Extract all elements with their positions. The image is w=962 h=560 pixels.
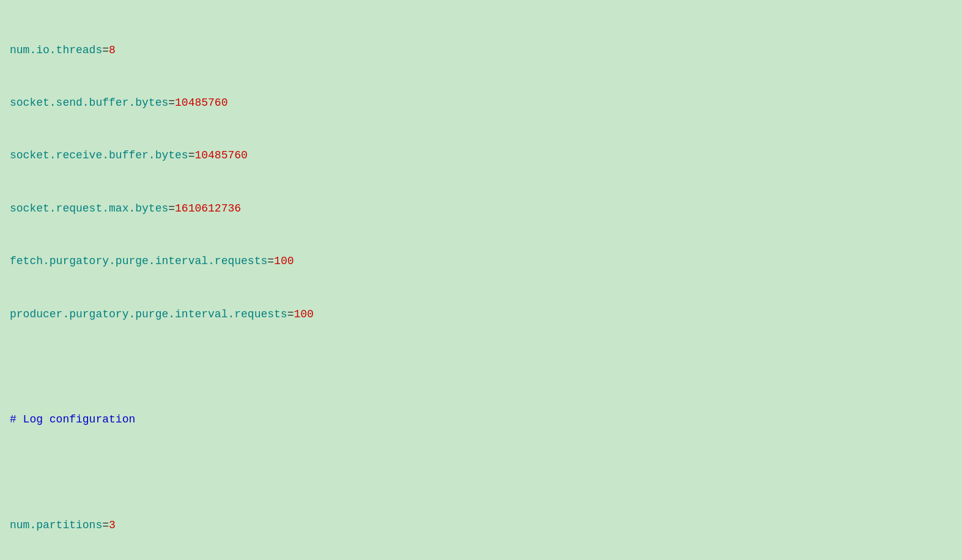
line-socket-send: socket.send.buffer.bytes=10485760 (10, 94, 952, 112)
line-num-io-threads: num.io.threads=8 (10, 42, 952, 59)
blank-2 (10, 464, 952, 482)
line-num-partitions: num.partitions=3 (10, 517, 952, 534)
code-editor: num.io.threads=8 socket.send.buffer.byte… (10, 6, 952, 560)
line-producer-purgatory: producer.purgatory.purge.interval.reques… (10, 306, 952, 323)
line-fetch-purgatory: fetch.purgatory.purge.interval.requests=… (10, 252, 952, 270)
line-socket-receive: socket.receive.buffer.bytes=10485760 (10, 147, 952, 164)
comment-log-config: # Log configuration (10, 411, 952, 429)
line-socket-request: socket.request.max.bytes=1610612736 (10, 200, 952, 218)
blank-1 (10, 358, 952, 376)
